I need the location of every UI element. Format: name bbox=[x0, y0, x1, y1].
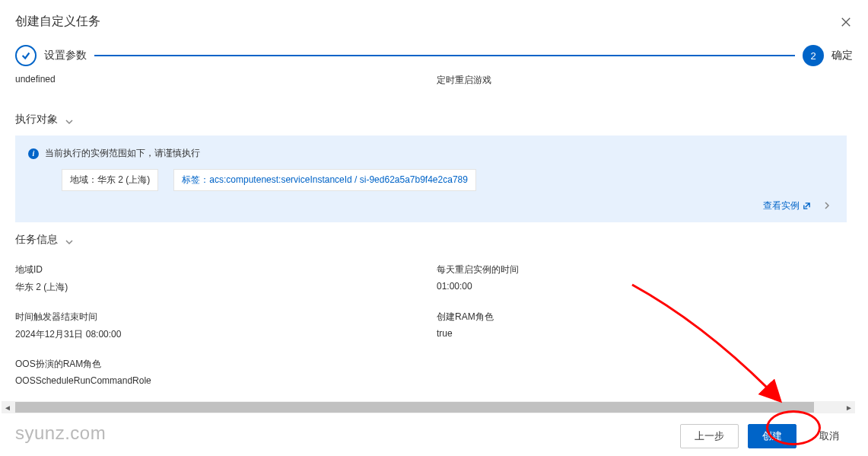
info-item-create-ram-role: 创建RAM角色 true bbox=[437, 311, 847, 341]
view-instances-label: 查看实例 bbox=[763, 199, 800, 212]
prev-button[interactable]: 上一步 bbox=[680, 424, 739, 448]
horizontal-scrollbar[interactable]: ◄ ► bbox=[2, 401, 855, 413]
scroll-right-arrow-icon[interactable]: ► bbox=[843, 401, 855, 413]
subheader-left: undefined bbox=[15, 74, 437, 87]
scroll-thumb[interactable] bbox=[15, 402, 814, 413]
step-2-circle: 2 bbox=[803, 45, 824, 66]
scroll-left-arrow-icon[interactable]: ◄ bbox=[2, 401, 14, 413]
task-info-grid: 地域ID 华东 2 (上海) 每天重启实例的时间 01:00:00 时间触发器结… bbox=[15, 256, 868, 401]
step-1-label: 设置参数 bbox=[44, 49, 87, 62]
chevron-right-icon bbox=[823, 201, 831, 212]
info-value: true bbox=[437, 328, 847, 339]
info-value: 01:00:00 bbox=[437, 281, 847, 292]
chevron-down-icon bbox=[65, 116, 73, 123]
info-label: 每天重启实例的时间 bbox=[437, 263, 847, 276]
section-execution-target-header[interactable]: 执行对象 bbox=[15, 113, 868, 126]
info-value: 2024年12月31日 08:00:00 bbox=[15, 328, 437, 341]
modal-header: 创建自定义任务 bbox=[0, 0, 868, 37]
modal-title: 创建自定义任务 bbox=[15, 14, 100, 30]
subheader-right: 定时重启游戏 bbox=[437, 74, 868, 87]
cancel-button[interactable]: 取消 bbox=[806, 424, 853, 448]
info-icon: i bbox=[28, 148, 39, 159]
view-instances-link[interactable]: 查看实例 bbox=[763, 199, 831, 212]
footer: 上一步 创建 取消 bbox=[0, 413, 868, 456]
step-2: 2 确定 bbox=[803, 45, 853, 66]
chevron-down-icon bbox=[65, 236, 73, 244]
region-tag-value: 华东 2 (上海) bbox=[97, 174, 150, 185]
section-task-info-title: 任务信息 bbox=[15, 233, 58, 247]
section-execution-target-title: 执行对象 bbox=[15, 113, 58, 126]
info-label: OOS扮演的RAM角色 bbox=[15, 358, 437, 371]
subheader-row: undefined 定时重启游戏 bbox=[15, 71, 868, 102]
info-item-trigger-end: 时间触发器结束时间 2024年12月31日 08:00:00 bbox=[15, 311, 437, 341]
info-item-region-id: 地域ID 华东 2 (上海) bbox=[15, 263, 437, 294]
label-tag-prefix: 标签： bbox=[182, 174, 209, 185]
info-value: OOSScheduleRunCommandRole bbox=[15, 375, 437, 386]
create-button[interactable]: 创建 bbox=[748, 424, 796, 448]
step-1: 设置参数 bbox=[15, 45, 87, 66]
info-item-oos-ram-role: OOS扮演的RAM角色 OOSScheduleRunCommandRole bbox=[15, 358, 437, 386]
step-2-label: 确定 bbox=[831, 49, 853, 62]
external-link-icon bbox=[803, 202, 811, 210]
section-task-info-header[interactable]: 任务信息 bbox=[15, 233, 868, 247]
info-value: 华东 2 (上海) bbox=[15, 281, 437, 294]
info-label: 创建RAM角色 bbox=[437, 311, 847, 324]
label-tag: 标签：acs:computenest:serviceInstanceId / s… bbox=[173, 169, 476, 191]
region-tag: 地域：华东 2 (上海) bbox=[62, 169, 158, 191]
info-label: 地域ID bbox=[15, 263, 437, 276]
info-notice-row: i 当前执行的实例范围如下，请谨慎执行 bbox=[28, 147, 834, 160]
tag-row: 地域：华东 2 (上海) 标签：acs:computenest:serviceI… bbox=[28, 169, 834, 191]
watermark: syunz.com bbox=[15, 423, 106, 444]
label-tag-value: acs:computenest:serviceInstanceId / si-9… bbox=[209, 174, 468, 185]
info-label: 时间触发器结束时间 bbox=[15, 311, 437, 324]
info-notice-text: 当前执行的实例范围如下，请谨慎执行 bbox=[45, 147, 200, 160]
content-scroll-area[interactable]: undefined 定时重启游戏 执行对象 i 当前执行的实例范围如下，请谨慎执… bbox=[0, 71, 868, 401]
step-1-circle bbox=[15, 45, 37, 66]
info-item-restart-time: 每天重启实例的时间 01:00:00 bbox=[437, 263, 847, 294]
step-connector bbox=[94, 55, 795, 56]
close-icon[interactable] bbox=[839, 15, 853, 29]
region-tag-prefix: 地域： bbox=[70, 174, 97, 185]
execution-target-info-box: i 当前执行的实例范围如下，请谨慎执行 地域：华东 2 (上海) 标签：acs:… bbox=[15, 136, 847, 222]
stepper: 设置参数 2 确定 bbox=[0, 37, 868, 71]
